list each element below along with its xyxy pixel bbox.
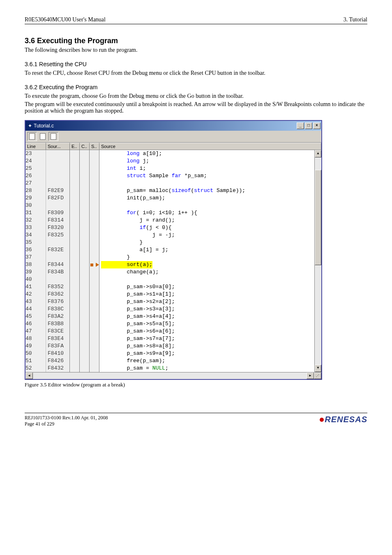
breakpoint-cell[interactable] (90, 187, 99, 194)
line-number: 27 (25, 180, 43, 187)
maximize-button[interactable]: □ (305, 123, 312, 129)
breakpoint-cell[interactable] (90, 291, 99, 298)
section-3-6-2-body1: To execute the program, choose Go from t… (25, 93, 367, 99)
source-line[interactable]: a[i] = j; (101, 246, 314, 254)
resize-grip[interactable]: ⋰ (314, 372, 321, 379)
source-line[interactable]: p_sam->s8=a[8]; (101, 342, 314, 350)
source-line[interactable]: int i; (101, 165, 314, 172)
source-line[interactable] (101, 180, 314, 187)
scroll-right-button[interactable]: ► (307, 372, 314, 379)
breakpoint-cell[interactable] (90, 335, 99, 342)
c-cell (80, 365, 89, 372)
address-value: F83B8 (48, 320, 69, 328)
col-head-line[interactable]: Line (25, 143, 46, 150)
col-head-source[interactable]: Source (99, 143, 321, 150)
breakpoint-cell[interactable] (90, 157, 99, 165)
source-line[interactable]: if(j < 0){ (101, 224, 314, 231)
breakpoint-cell[interactable] (90, 357, 99, 365)
line-number: 28 (25, 187, 43, 194)
breakpoint-cell[interactable] (90, 165, 99, 172)
source-line[interactable]: p_sam= malloc(sizeof(struct Sample)); (101, 187, 314, 194)
breakpoint-cell[interactable] (90, 217, 99, 224)
breakpoint-cell[interactable] (90, 231, 99, 239)
source-line[interactable]: } (101, 254, 314, 261)
line-number: 51 (25, 357, 43, 365)
s-breakpoint-column[interactable] (90, 150, 99, 372)
source-line[interactable]: p_sam->s6=a[6]; (101, 328, 314, 335)
breakpoint-cell[interactable] (90, 320, 99, 328)
breakpoint-cell[interactable] (90, 209, 99, 217)
source-line[interactable]: p_sam->s7=a[7]; (101, 335, 314, 342)
source-line[interactable]: j = -j; (101, 231, 314, 239)
source-line[interactable]: for( i=0; i<10; i++ ){ (101, 209, 314, 217)
scroll-track[interactable] (315, 157, 321, 365)
address-value: F8325 (48, 231, 69, 239)
breakpoint-cell[interactable] (90, 276, 99, 283)
address-value: F82FD (48, 194, 69, 202)
titlebar[interactable]: ✦ Tutorial.c _ □ × (25, 121, 321, 131)
breakpoint-cell[interactable] (90, 365, 99, 372)
source-line[interactable]: p_sam->s3=a[3]; (101, 305, 314, 313)
section-3-6-title: 3.6 Executing the Program (25, 37, 367, 45)
col-head-s[interactable]: S.. (90, 143, 99, 150)
breakpoint-cell[interactable] (90, 172, 99, 180)
col-head-sour[interactable]: Sour... (46, 143, 70, 150)
source-line[interactable]: free(p_sam); (101, 357, 314, 365)
scroll-down-button[interactable]: ▼ (315, 365, 321, 372)
source-line[interactable]: change(a); (101, 268, 314, 276)
scroll-left-button[interactable]: ◄ (25, 372, 33, 379)
breakpoint-cell[interactable] (90, 328, 99, 335)
horizontal-scrollbar[interactable]: ◄ ► ⋰ (25, 372, 321, 379)
breakpoint-cell[interactable] (90, 313, 99, 320)
breakpoint-cell[interactable] (90, 342, 99, 350)
scroll-up-button[interactable]: ▲ (315, 150, 321, 157)
breakpoint-cell[interactable] (90, 150, 99, 157)
col-head-c[interactable]: C.. (80, 143, 90, 150)
scroll-track-h[interactable] (33, 372, 307, 379)
close-button[interactable]: × (313, 123, 321, 129)
breakpoint-cell[interactable] (90, 202, 99, 209)
breakpoint-cell[interactable] (90, 180, 99, 187)
breakpoint-cell[interactable] (90, 268, 99, 276)
vertical-scrollbar[interactable]: ▲ ▼ (314, 150, 321, 372)
breakpoint-cell[interactable] (90, 305, 99, 313)
minimize-button[interactable]: _ (297, 123, 304, 129)
breakpoint-cell[interactable] (90, 246, 99, 254)
breakpoint-cell[interactable] (90, 261, 99, 268)
source-line[interactable] (101, 202, 314, 209)
breakpoint-cell[interactable] (90, 283, 99, 291)
source-line[interactable]: p_sam->s2=a[2]; (101, 298, 314, 305)
toolbar-btn-2[interactable] (38, 132, 48, 141)
source-line[interactable]: p_sam = NULL; (101, 365, 314, 372)
source-line[interactable]: struct Sample far *p_sam; (101, 172, 314, 180)
scroll-thumb[interactable] (315, 170, 321, 265)
source-line[interactable]: sort(a); (101, 261, 314, 268)
source-line[interactable]: long j; (101, 157, 314, 165)
source-line[interactable]: long a[10]; (101, 150, 314, 157)
line-number: 50 (25, 350, 43, 357)
e-cell (70, 187, 79, 194)
col-head-e[interactable]: E.. (70, 143, 80, 150)
source-line[interactable]: p_sam->s1=a[1]; (101, 291, 314, 298)
source-line[interactable]: j = rand(); (101, 217, 314, 224)
breakpoint-cell[interactable] (90, 239, 99, 246)
source-line[interactable]: p_sam->s4=a[4]; (101, 313, 314, 320)
address-value: F83A2 (48, 313, 69, 320)
source-line[interactable] (101, 276, 314, 283)
source-column[interactable]: long a[10]; long j; int i; struct Sample… (99, 150, 314, 372)
breakpoint-cell[interactable] (90, 254, 99, 261)
source-line[interactable]: } (101, 239, 314, 246)
breakpoint-cell[interactable] (90, 350, 99, 357)
breakpoint-cell[interactable] (90, 224, 99, 231)
section-3-6-2-title: 3.6.2 Executing the Program (25, 84, 367, 90)
source-line[interactable]: p_sam->s9=a[9]; (101, 350, 314, 357)
toolbar-btn-1[interactable] (27, 132, 37, 141)
source-line[interactable]: init(p_sam); (101, 194, 314, 202)
source-line[interactable]: p_sam->s5=a[5]; (101, 320, 314, 328)
toolbar-btn-3[interactable] (48, 132, 58, 141)
c-cell (80, 283, 89, 291)
breakpoint-cell[interactable] (90, 194, 99, 202)
source-line[interactable]: p_sam->s0=a[0]; (101, 283, 314, 291)
c-cell (80, 202, 89, 209)
breakpoint-cell[interactable] (90, 298, 99, 305)
